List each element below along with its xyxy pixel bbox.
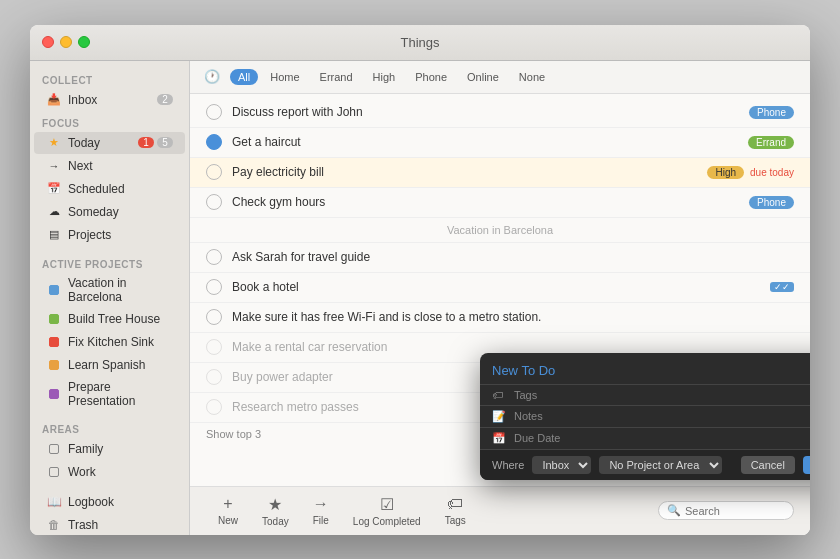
- tags-label: Tags: [445, 515, 466, 526]
- filter-all[interactable]: All: [230, 69, 258, 85]
- trash-label: Trash: [68, 518, 173, 532]
- file-button[interactable]: → File: [301, 493, 341, 528]
- today-badge-1: 1: [138, 137, 154, 148]
- kitchen-label: Fix Kitchen Sink: [68, 335, 173, 349]
- table-row[interactable]: Check gym hours Phone: [190, 188, 810, 218]
- collect-label: COLLECT: [30, 69, 189, 88]
- new-todo-title-input[interactable]: [492, 361, 810, 380]
- scheduled-label: Scheduled: [68, 182, 173, 196]
- task-checkbox[interactable]: [206, 339, 222, 355]
- focus-label: FOCUS: [30, 112, 189, 131]
- popup-tags-field: 🏷 Tags: [480, 384, 810, 405]
- sidebar-item-today[interactable]: ★ Today 1 5: [34, 132, 185, 154]
- task-checkbox[interactable]: [206, 279, 222, 295]
- minimize-button[interactable]: [60, 36, 72, 48]
- cancel-button[interactable]: Cancel: [741, 456, 795, 474]
- task-checkbox[interactable]: [206, 134, 222, 150]
- log-completed-button[interactable]: ☑ Log Completed: [341, 493, 433, 529]
- log-label: Log Completed: [353, 516, 421, 527]
- traffic-lights: [42, 36, 90, 48]
- sidebar-item-treehouse[interactable]: Build Tree House: [34, 308, 185, 330]
- table-row[interactable]: Get a haircut Errand: [190, 128, 810, 158]
- today-badge-2: 5: [157, 137, 173, 148]
- task-checkbox[interactable]: [206, 399, 222, 415]
- sidebar-item-kitchen[interactable]: Fix Kitchen Sink: [34, 331, 185, 353]
- sidebar-item-family[interactable]: Family: [34, 438, 185, 460]
- close-button[interactable]: [42, 36, 54, 48]
- task-checkbox[interactable]: [206, 369, 222, 385]
- new-todo-popup: 🏷 Tags 📝 Notes ↗ 📅 Due Date Where Inbox: [480, 353, 810, 480]
- today-toolbar-label: Today: [262, 516, 289, 527]
- filter-online[interactable]: Online: [459, 69, 507, 85]
- task-text: Make a rental car reservation: [232, 340, 794, 354]
- inbox-label: Inbox: [68, 93, 157, 107]
- presentation-label: Prepare Presentation: [68, 380, 173, 408]
- filter-phone[interactable]: Phone: [407, 69, 455, 85]
- areas-label: AREAS: [30, 418, 189, 437]
- presentation-icon: [46, 386, 62, 402]
- sidebar-item-someday[interactable]: ☁ Someday: [34, 201, 185, 223]
- sidebar: COLLECT 📥 Inbox 2 FOCUS ★ Today 1 5 → Ne…: [30, 61, 190, 535]
- projects-icon: ▤: [46, 227, 62, 243]
- filter-errand[interactable]: Errand: [312, 69, 361, 85]
- treehouse-icon: [46, 311, 62, 327]
- table-row[interactable]: Book a hotel ✓✓: [190, 273, 810, 303]
- someday-icon: ☁: [46, 204, 62, 220]
- maximize-button[interactable]: [78, 36, 90, 48]
- notes-popup-label: Notes: [514, 410, 543, 422]
- table-row[interactable]: Discuss report with John Phone: [190, 98, 810, 128]
- project-select[interactable]: No Project or Area: [599, 456, 722, 474]
- task-checkbox[interactable]: [206, 309, 222, 325]
- sidebar-item-logbook[interactable]: 📖 Logbook: [34, 491, 185, 513]
- sidebar-item-trash[interactable]: 🗑 Trash: [34, 514, 185, 535]
- task-tag-high: High: [707, 166, 744, 179]
- sidebar-item-scheduled[interactable]: 📅 Scheduled: [34, 178, 185, 200]
- bottom-toolbar: + New ★ Today → File ☑ Log Completed 🏷: [190, 486, 810, 535]
- table-row[interactable]: Pay electricity bill High due today: [190, 158, 810, 188]
- tags-button[interactable]: 🏷 Tags: [433, 493, 478, 528]
- section-header: Vacation in Barcelona: [190, 218, 810, 243]
- filter-none[interactable]: None: [511, 69, 553, 85]
- new-button[interactable]: + New: [206, 493, 250, 528]
- task-checkbox[interactable]: [206, 164, 222, 180]
- task-tag-errand: Errand: [748, 136, 794, 149]
- save-button[interactable]: Save: [803, 456, 810, 474]
- task-text: Check gym hours: [232, 195, 743, 209]
- today-toolbar-icon: ★: [268, 495, 282, 514]
- spanish-label: Learn Spanish: [68, 358, 173, 372]
- family-icon: [46, 441, 62, 457]
- kitchen-icon: [46, 334, 62, 350]
- filter-icon: 🕐: [202, 67, 222, 87]
- window-title: Things: [400, 35, 439, 50]
- tags-icon: 🏷: [447, 495, 463, 513]
- next-icon: →: [46, 158, 62, 174]
- tags-popup-label: Tags: [514, 389, 537, 401]
- task-checkbox[interactable]: [206, 249, 222, 265]
- file-label: File: [313, 515, 329, 526]
- log-icon: ☑: [380, 495, 394, 514]
- today-icon: ★: [46, 135, 62, 151]
- filter-home[interactable]: Home: [262, 69, 307, 85]
- task-checkbox[interactable]: [206, 104, 222, 120]
- inbox-select[interactable]: Inbox: [532, 456, 591, 474]
- task-text: Make sure it has free Wi-Fi and is close…: [232, 310, 794, 324]
- table-row[interactable]: Ask Sarah for travel guide: [190, 243, 810, 273]
- work-icon: [46, 464, 62, 480]
- sidebar-item-inbox[interactable]: 📥 Inbox 2: [34, 89, 185, 111]
- sidebar-item-spanish[interactable]: Learn Spanish: [34, 354, 185, 376]
- filter-high[interactable]: High: [365, 69, 404, 85]
- search-input[interactable]: [685, 505, 785, 517]
- duedate-popup-icon: 📅: [492, 432, 506, 445]
- titlebar: Things: [30, 25, 810, 61]
- table-row[interactable]: Make sure it has free Wi-Fi and is close…: [190, 303, 810, 333]
- sidebar-item-presentation[interactable]: Prepare Presentation: [34, 377, 185, 411]
- sidebar-item-next[interactable]: → Next: [34, 155, 185, 177]
- task-checkbox[interactable]: [206, 194, 222, 210]
- sidebar-item-projects[interactable]: ▤ Projects: [34, 224, 185, 246]
- popup-duedate-field: 📅 Due Date: [480, 427, 810, 449]
- main-content: COLLECT 📥 Inbox 2 FOCUS ★ Today 1 5 → Ne…: [30, 61, 810, 535]
- sidebar-item-vacation[interactable]: Vacation in Barcelona: [34, 273, 185, 307]
- sidebar-item-work[interactable]: Work: [34, 461, 185, 483]
- today-button[interactable]: ★ Today: [250, 493, 301, 529]
- trash-icon: 🗑: [46, 517, 62, 533]
